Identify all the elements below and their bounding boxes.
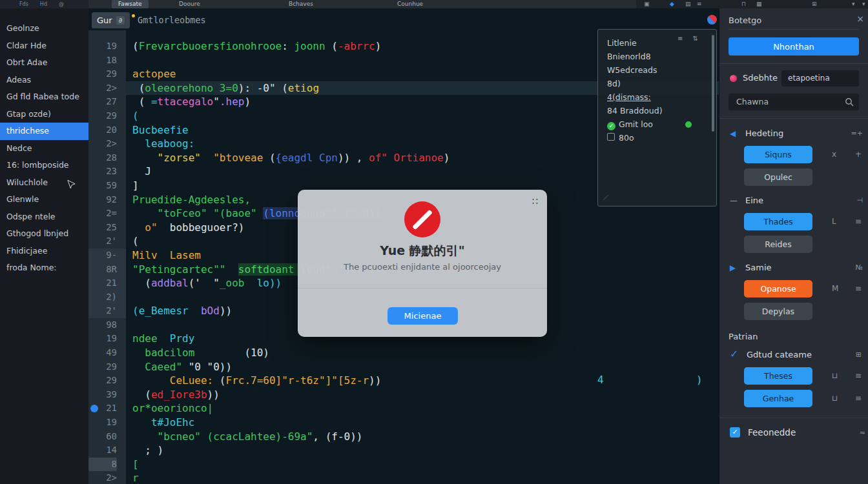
- panel-button-genhae[interactable]: Genhae: [744, 390, 812, 407]
- section-right-icons[interactable]: ⊣: [856, 196, 863, 205]
- line-number: 98: [88, 318, 117, 332]
- panel-checkbox-row[interactable]: ✓Feeonedde≈: [728, 426, 859, 441]
- sidebar-item-froda-nome-[interactable]: froda Nome:: [0, 259, 88, 277]
- row-icon-2[interactable]: ≡: [855, 394, 862, 403]
- suggestion-popup[interactable]: ≡ ⇅ ⟋ LitlenieBnienorld8W5edcreads8d)4(d…: [597, 29, 717, 207]
- code-token: Frevarcbuoersfionohrooe: [139, 40, 282, 52]
- tab-bchaves[interactable]: Bchaves: [282, 0, 320, 8]
- code-line-25[interactable]: 39 (ed_Iore3b)): [88, 388, 719, 402]
- sidebar-item-label: Odspe ntele: [6, 212, 56, 221]
- sidebar-item-thridchese[interactable]: thridchese: [0, 123, 88, 140]
- sidebar-item-cldar-hde[interactable]: Cldar Hde: [0, 37, 88, 55]
- tab-dooure[interactable]: Dooure: [172, 0, 207, 8]
- toolbar-icon-6[interactable]: ⊞: [812, 1, 817, 7]
- sidebar-item-glenwle[interactable]: Glenwle: [0, 191, 88, 208]
- row-icon-2[interactable]: ≡: [855, 217, 862, 226]
- divider: [719, 118, 868, 119]
- feature-input[interactable]: etapoetina: [781, 70, 859, 86]
- sidebar-item-gthogod-lbnjed[interactable]: Gthogod lbnjed: [0, 225, 88, 243]
- row-icon-2[interactable]: +: [855, 150, 862, 159]
- check-row-icon[interactable]: ⊞: [856, 350, 862, 359]
- dialog-grid-icon[interactable]: ∷: [532, 196, 538, 207]
- popup-item-0[interactable]: Litlenie: [598, 36, 716, 50]
- file-stub[interactable]: Gur ∂: [92, 12, 130, 28]
- row-icon-2[interactable]: ≡: [855, 284, 862, 293]
- popup-item-5[interactable]: 84 Braddoud): [598, 104, 716, 117]
- row-icon-1[interactable]: M: [832, 284, 838, 293]
- sidebar-menu-strip: FdsHd@: [0, 0, 88, 8]
- code-line-22[interactable]: 49 badcilom (10): [88, 346, 719, 360]
- sidebar-item-geolnze[interactable]: Geolnze: [0, 20, 88, 37]
- code-token: addbal: [151, 277, 189, 289]
- code-line-24[interactable]: 29 CeLuee: (Frc.7=60]"r-t6z"]"[5z-r)): [88, 374, 719, 388]
- panel-primary-button[interactable]: Nhonthan: [728, 37, 859, 55]
- code-line-31[interactable]: 2>r: [88, 471, 719, 484]
- popup-item-label: 84 Braddoud): [607, 106, 663, 116]
- panel-check-row[interactable]: ✓Gdtud cateame⊞: [728, 348, 859, 362]
- code-line-26[interactable]: 21or*oeorionco|: [88, 401, 719, 416]
- toolbar-icon-8[interactable]: ▾: [862, 1, 865, 7]
- code-text: ( =ttacegalo".hep): [132, 95, 251, 109]
- row-icon-1[interactable]: L: [832, 217, 836, 226]
- popup-item-6[interactable]: ✓Gmit loo: [598, 117, 716, 131]
- panel-button-reides[interactable]: Reides: [744, 236, 812, 253]
- dialog-confirm-button[interactable]: Micienae: [388, 307, 458, 325]
- sidebar-item-adeas[interactable]: Adeas: [0, 72, 88, 89]
- checkbox-row-icon[interactable]: ≈: [860, 429, 865, 437]
- popup-item-1[interactable]: Bnienorld8: [598, 50, 716, 63]
- code-line-27[interactable]: 19 t#JoEhc: [88, 416, 719, 430]
- sidebar-item-nedce[interactable]: Nedce: [0, 140, 88, 157]
- row-icon-1[interactable]: x: [832, 150, 836, 159]
- code-line-29[interactable]: 14 ; ): [88, 443, 719, 458]
- search-input[interactable]: Chawna: [728, 94, 859, 110]
- popup-item-3[interactable]: 8d): [598, 77, 716, 90]
- line-number: 19: [88, 332, 117, 346]
- section-right-icons[interactable]: =+: [851, 129, 863, 137]
- code-token: joonn: [294, 40, 331, 52]
- sidebar-item-gtap-ozde-[interactable]: Gtap ozde): [0, 106, 88, 123]
- checkbox-checked-icon[interactable]: ✓: [730, 427, 740, 438]
- sidebar-item-fhidicjaee[interactable]: Fhidicjaee: [0, 243, 88, 260]
- sidebar-item-label: Fhidicjaee: [6, 246, 47, 256]
- menu-item[interactable]: Hd: [40, 1, 47, 7]
- panel-button-siquns[interactable]: Siquns: [744, 146, 812, 163]
- close-icon[interactable]: ×: [856, 14, 864, 24]
- panel-button-thades[interactable]: Thades: [744, 213, 812, 230]
- panel-button-opanose[interactable]: Opanose: [744, 280, 812, 297]
- sidebar-item-gd-fld-rabea-tode[interactable]: Gd fld Rabea tode: [0, 88, 88, 106]
- toolbar-icon-1[interactable]: ◆: [670, 1, 674, 7]
- popup-item-4[interactable]: 4(dismass:: [598, 90, 716, 104]
- code-line-30[interactable]: 8[: [88, 458, 719, 472]
- tab-fawsate[interactable]: Fawsate: [112, 0, 149, 8]
- toolbar-icon-0[interactable]: ▣: [644, 1, 650, 7]
- popup-item-2[interactable]: W5edcreads: [598, 63, 716, 77]
- sidebar-item-obrt-adae[interactable]: Obrt Adae: [0, 54, 88, 72]
- row-icon-1[interactable]: ⊔: [832, 394, 838, 403]
- panel-button-opulec[interactable]: Opulec: [744, 168, 812, 186]
- code-token: lo): [257, 277, 276, 289]
- tab-counhue[interactable]: Counhue: [391, 0, 429, 8]
- menu-item[interactable]: @: [59, 1, 64, 7]
- section-right-icons[interactable]: №: [856, 263, 863, 272]
- panel-button-depylas[interactable]: Depylas: [744, 303, 812, 320]
- panel-button-theses[interactable]: Theses: [744, 367, 812, 385]
- toolbar-icon-5[interactable]: ▦: [756, 1, 762, 7]
- sidebar-item-16-lombposide[interactable]: 16: lombposide: [0, 157, 88, 174]
- code-token: )): [220, 305, 232, 317]
- menu-item[interactable]: Fds: [19, 1, 28, 7]
- popup-item-7[interactable]: 80o: [598, 131, 716, 145]
- toolbar-icon-2[interactable]: ▤: [685, 1, 691, 7]
- row-icon-1[interactable]: ⊔: [832, 371, 838, 380]
- popup-resize-handle[interactable]: ⟋: [603, 194, 608, 203]
- row-icon-2[interactable]: ≡: [855, 371, 862, 380]
- toolbar-icon-4[interactable]: ⊓: [741, 1, 746, 7]
- sidebar-item-wiluchlole[interactable]: Wiluchlole: [0, 174, 88, 192]
- code-line-28[interactable]: 60 "bcneo" (ccacLahtee)-69a", (f-0)): [88, 430, 719, 444]
- code-line-23[interactable]: 29 Caeed" "0 "0)): [88, 360, 719, 374]
- toolbar-icon-3[interactable]: ≡: [697, 1, 702, 7]
- toolbar-icon-7[interactable]: ▾: [852, 1, 855, 7]
- sidebar-item-odspe-ntele[interactable]: Odspe ntele: [0, 208, 88, 226]
- popup-item-label: W5edcreads: [607, 65, 657, 75]
- search-value: Chawna: [728, 94, 859, 110]
- section-arrow-icon: ◀: [730, 129, 736, 138]
